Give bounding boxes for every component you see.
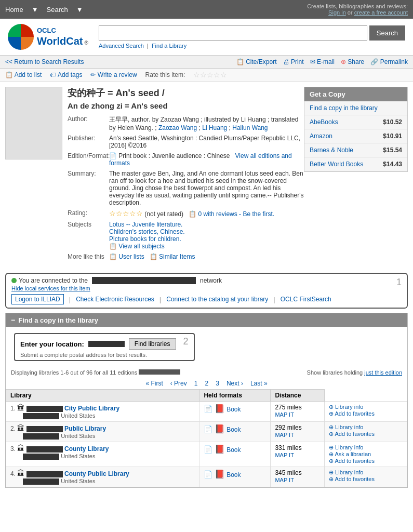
lib-name-redacted-3: [26, 471, 63, 477]
author-label: Author:: [68, 115, 109, 131]
cite-export-link[interactable]: 📋 Cite/Export: [236, 58, 277, 65]
better-world-item: Better World Books $14.43: [304, 157, 407, 171]
oclc-logo-circle: [8, 24, 34, 50]
distance-val-1: 292 miles: [275, 424, 320, 431]
format-book-link-2[interactable]: Book: [227, 446, 241, 454]
table-row: 4. 🏛 County Public Library United States…: [6, 467, 407, 487]
oclc-firstsearch-link[interactable]: OCLC FirstSearch: [281, 296, 331, 303]
page-last-link[interactable]: Last »: [250, 380, 268, 387]
view-all-subjects-link[interactable]: View all subjects: [118, 243, 165, 250]
nav-home-arrow: ▼: [32, 6, 38, 14]
library-icon-1: 🏛: [17, 424, 24, 432]
user-lists-icon: 📋: [109, 253, 117, 260]
find-library-item: Find a copy in the library: [304, 101, 407, 115]
lib-action-3-0[interactable]: ⊕ Library info: [329, 469, 403, 476]
main-content: 安的种子 = An's seed / An de zhong zi = An's…: [0, 82, 413, 269]
amazon-link[interactable]: Amazon: [310, 132, 332, 140]
abebooks-link[interactable]: AbeBooks: [310, 118, 338, 126]
nav-home[interactable]: Home: [5, 6, 23, 14]
reviews-link[interactable]: 0 with reviews - Be the first.: [198, 210, 274, 218]
check-electronic-link[interactable]: Check Electronic Resources: [76, 296, 154, 303]
book-icon-2: 📕: [215, 445, 225, 454]
author-link-hailun[interactable]: Hailun Wang: [232, 124, 268, 131]
add-to-list-link[interactable]: 📋 Add to list: [5, 71, 42, 78]
map-it-link-0[interactable]: MAP IT: [275, 411, 294, 418]
sign-in-link[interactable]: Sign in: [328, 9, 346, 16]
hide-local-services-link[interactable]: Hide local services for this item: [11, 285, 90, 291]
format-book-link-0[interactable]: Book: [227, 406, 241, 413]
better-world-price: $14.43: [383, 161, 402, 168]
subject-link-3[interactable]: Picture books for children.: [109, 235, 181, 243]
user-lists-link[interactable]: User lists: [118, 253, 144, 260]
create-account-link[interactable]: create a free account: [354, 9, 408, 16]
lib-action-1-1[interactable]: ⊕ Add to favorites: [329, 431, 403, 437]
lib-action-1-0[interactable]: ⊕ Library info: [329, 424, 403, 431]
format-book-link-1[interactable]: Book: [227, 426, 241, 433]
nav-search[interactable]: Search: [47, 6, 68, 14]
subject-link-1[interactable]: Lotus -- Juvenile literature.: [109, 221, 182, 228]
lib-name-link-2[interactable]: County Library: [64, 445, 109, 453]
page-header: OCLC WorldCat ® Search Advanced Search |…: [0, 19, 413, 56]
page-1-link[interactable]: 1: [194, 380, 198, 387]
print-link[interactable]: 🖨 Print: [283, 58, 304, 65]
share-icon: ⊕: [341, 58, 346, 65]
map-it-link-2[interactable]: MAP IT: [275, 452, 294, 458]
lib-action-2-2[interactable]: ⊕ Add to favorites: [329, 458, 403, 464]
collapse-button[interactable]: −: [11, 316, 15, 324]
doc-icon-1: 📄: [204, 425, 212, 433]
more-like-row: More like this 📋 User lists 📋 Similar It…: [68, 253, 304, 260]
rating-label: Rating:: [68, 209, 109, 218]
just-this-edition-link[interactable]: just this edition: [364, 369, 402, 376]
find-copy-section: − Find a copy in the library Enter your …: [5, 313, 408, 488]
logon-illiad-button[interactable]: Logon to ILLIAD: [11, 294, 64, 304]
search-bar: Search Advanced Search | Find a Library: [99, 25, 405, 49]
lib-action-0-1[interactable]: ⊕ Add to favorites: [329, 410, 403, 417]
library-table: Library Held formats Distance 1. 🏛 City …: [6, 389, 407, 487]
share-link[interactable]: ⊕ Share: [341, 58, 364, 65]
rating-stars-display: ☆☆☆☆☆: [109, 209, 143, 218]
lib-name-redacted-1: [26, 426, 63, 432]
map-it-link-3[interactable]: MAP IT: [275, 477, 294, 483]
lib-country-3: United States: [61, 478, 95, 484]
lib-name-link-0[interactable]: City Public Library: [64, 405, 119, 412]
back-to-results-link[interactable]: << Return to Search Results: [5, 58, 84, 65]
email-link[interactable]: ✉ E-mail: [310, 58, 335, 65]
distance-val-3: 345 miles: [275, 469, 320, 476]
format-book-link-3[interactable]: Book: [227, 471, 241, 478]
author-link-li[interactable]: Li Huang: [202, 124, 227, 131]
page-3-link[interactable]: 3: [216, 380, 219, 387]
lib-name-link-3[interactable]: County Public Library: [64, 470, 129, 477]
lib-action-3-1[interactable]: ⊕ Add to favorites: [329, 476, 403, 483]
lib-action-0-0[interactable]: ⊕ Library info: [329, 404, 403, 410]
search-button[interactable]: Search: [369, 25, 405, 41]
permalink-link[interactable]: 🔗 Permalink: [370, 58, 408, 65]
find-library-item-link[interactable]: Find a copy in the library: [310, 104, 378, 112]
subjects-row: Subjects Lotus -- Juvenile literature. C…: [68, 221, 304, 250]
subject-link-2[interactable]: Children's stories, Chinese.: [109, 228, 185, 235]
barnes-noble-link[interactable]: Barnes & Noble: [310, 147, 353, 154]
find-library-link[interactable]: Find a Library: [152, 43, 186, 49]
author-link-zaozao[interactable]: Zaozao Wang: [158, 124, 197, 131]
rating-value: ☆☆☆☆☆ (not yet rated) 📋 0 with reviews -…: [109, 209, 304, 218]
lib-action-2-0[interactable]: ⊕ Library info: [329, 444, 403, 451]
doc-icon-0: 📄: [204, 405, 212, 413]
page-prev-link[interactable]: ‹ Prev: [170, 380, 187, 387]
book-title: 安的种子 = An's seed /: [68, 87, 304, 99]
page-2-link[interactable]: 2: [205, 380, 208, 387]
better-world-link[interactable]: Better World Books: [310, 161, 363, 168]
worldcat-text: WorldCat ®: [37, 35, 88, 47]
rating-stars[interactable]: ☆☆☆☆☆: [193, 71, 227, 79]
lib-action-2-1[interactable]: ⊕ Ask a librarian: [329, 451, 403, 458]
similar-items-link[interactable]: Similar Items: [159, 253, 195, 260]
map-it-link-1[interactable]: MAP IT: [275, 432, 294, 438]
page-next-link[interactable]: Next ›: [227, 380, 243, 387]
lib-name-link-1[interactable]: Public Library: [64, 425, 106, 432]
find-libraries-button[interactable]: Find libraries: [129, 338, 176, 350]
add-tags-link[interactable]: 🏷 Add tags: [50, 71, 82, 78]
search-input[interactable]: [99, 25, 367, 41]
section-badge-1: 1: [396, 277, 402, 288]
write-review-link[interactable]: ✏ Write a review: [90, 71, 137, 78]
advanced-search-link[interactable]: Advanced Search: [99, 43, 144, 49]
connect-catalog-link[interactable]: Connect to the catalog at your library: [166, 296, 268, 303]
page-first-link[interactable]: « First: [145, 380, 163, 387]
